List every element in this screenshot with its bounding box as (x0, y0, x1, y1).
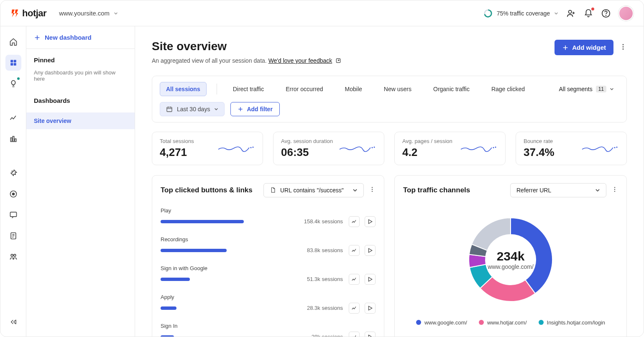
kpi-value: 06:35 (281, 146, 333, 159)
click-row: Apply 28.3k sessions (161, 294, 376, 314)
new-dashboard-button[interactable]: New dashboard (34, 34, 127, 41)
kpi-label: Avg. session duration (281, 138, 333, 144)
add-filter-button[interactable]: Add filter (230, 102, 279, 116)
kpi-value: 4,271 (160, 146, 194, 159)
page-more-icon[interactable] (619, 43, 627, 52)
heatmap-icon[interactable] (349, 216, 360, 227)
play-icon[interactable] (365, 216, 376, 227)
play-icon[interactable] (365, 303, 376, 314)
svg-rect-8 (10, 138, 12, 142)
kpi-card[interactable]: Total sessions4,271 (152, 132, 263, 165)
rail-surveys[interactable] (5, 228, 21, 244)
invite-icon[interactable] (566, 8, 576, 18)
click-row: Sign In 28k sessions (161, 323, 376, 337)
segment-rage-clicked[interactable]: Rage clicked (486, 82, 531, 96)
panel-more-icon[interactable] (369, 186, 376, 194)
donut-chart: 234k www.google.com/ (458, 207, 563, 312)
filters-card: All sessions Direct trafficError occurre… (152, 76, 627, 123)
coverage-ring-icon (483, 9, 493, 18)
subtitle-text: An aggregated view of all your session d… (152, 57, 267, 64)
legend-label: www.hotjar.com/ (487, 319, 527, 326)
kpi-card[interactable]: Avg. pages / session4.2 (394, 132, 506, 165)
svg-rect-7 (13, 63, 16, 66)
legend-item[interactable]: Insights.hotjar.com/login (539, 319, 605, 326)
svg-point-30 (372, 187, 373, 188)
heatmap-icon[interactable] (349, 332, 360, 337)
segment-all-sessions[interactable]: All sessions (160, 82, 207, 96)
rail-home[interactable] (5, 34, 21, 50)
svg-point-16 (13, 254, 15, 256)
add-widget-button[interactable]: Add widget (555, 40, 613, 55)
play-icon[interactable] (365, 332, 376, 337)
svg-point-32 (372, 191, 373, 191)
panel-more-icon[interactable] (611, 186, 618, 194)
chevron-down-icon (114, 11, 118, 15)
rail-feedback[interactable] (5, 207, 21, 223)
svg-point-3 (606, 15, 606, 15)
svg-point-28 (614, 147, 616, 148)
notifications-icon[interactable] (583, 8, 593, 18)
main-content: Site overview An aggregated view of all … (135, 26, 644, 337)
rail-dashboards[interactable] (5, 55, 21, 71)
page-title: Site overview (152, 40, 341, 53)
segments-count: 11 (596, 86, 606, 92)
rail-heatmaps[interactable] (5, 165, 21, 181)
chart-legend: www.google.com/www.hotjar.com/Insights.h… (416, 319, 605, 326)
top-clicks-title: Top clicked buttons & links (161, 186, 253, 194)
date-range-selector[interactable]: Last 30 days (160, 102, 225, 116)
rail-trends[interactable] (5, 110, 21, 126)
logo[interactable]: hotjar (10, 8, 46, 19)
traffic-coverage[interactable]: 75% traffic coverage (483, 9, 558, 18)
click-label: Recordings (161, 236, 376, 243)
heatmap-icon[interactable] (349, 274, 360, 285)
coverage-label: 75% traffic coverage (497, 10, 550, 17)
click-label: Apply (161, 294, 376, 300)
click-bar (161, 249, 293, 252)
page-subtitle: An aggregated view of all your session d… (152, 57, 341, 65)
segment-new-users[interactable]: New users (378, 82, 417, 96)
all-segments-selector[interactable]: All segments 11 (554, 83, 619, 95)
svg-point-33 (614, 187, 615, 188)
play-icon[interactable] (365, 245, 376, 256)
svg-rect-13 (10, 212, 16, 217)
click-row: Sign in with Google 51.3k sessions (161, 265, 376, 285)
pinned-hint: Any dashboards you pin will show here (34, 69, 127, 82)
segment-direct-traffic[interactable]: Direct traffic (227, 82, 270, 96)
rail-collapse[interactable] (5, 314, 21, 330)
url-filter-selector[interactable]: URL contains "/success" (263, 183, 364, 197)
site-selector[interactable]: www.yoursite.com (59, 10, 118, 17)
click-sessions: 158.4k sessions (293, 218, 343, 225)
segment-mobile[interactable]: Mobile (339, 82, 368, 96)
segment-organic-traffic[interactable]: Organic traffic (427, 82, 475, 96)
segment-error-occurred[interactable]: Error occurred (280, 82, 329, 96)
date-label: Last 30 days (177, 106, 210, 112)
channel-dimension-selector[interactable]: Referrer URL (510, 183, 606, 197)
heatmap-icon[interactable] (349, 245, 360, 256)
kpi-card[interactable]: Bounce rate37.4% (516, 132, 627, 165)
segments-row: All sessions Direct trafficError occurre… (160, 82, 619, 96)
click-bar (161, 220, 293, 223)
svg-rect-6 (10, 63, 13, 66)
sparkline-icon (217, 143, 255, 153)
legend-item[interactable]: www.google.com/ (416, 319, 467, 326)
help-icon[interactable] (601, 8, 611, 18)
heatmap-icon[interactable] (349, 303, 360, 314)
play-icon[interactable] (365, 274, 376, 285)
rail-recordings[interactable] (5, 186, 21, 202)
click-bar (161, 335, 293, 337)
feedback-link[interactable]: We'd love your feedback (268, 57, 332, 64)
legend-item[interactable]: www.hotjar.com/ (479, 319, 527, 326)
rail-interviews[interactable] (5, 249, 21, 265)
kpi-card[interactable]: Avg. session duration06:35 (273, 132, 384, 165)
icon-rail (0, 26, 26, 337)
avatar[interactable] (618, 6, 634, 21)
rail-funnels[interactable] (5, 131, 21, 147)
click-label: Sign in with Google (161, 265, 376, 271)
url-filter-label: URL contains "/success" (280, 187, 344, 194)
rail-highlights[interactable] (5, 76, 21, 92)
dashboards-title: Dashboards (34, 97, 127, 104)
badge-dot (17, 77, 20, 80)
svg-point-25 (374, 146, 375, 148)
click-sessions: 83.8k sessions (293, 247, 343, 253)
sidebar-item-site-overview[interactable]: Site overview (26, 112, 135, 129)
